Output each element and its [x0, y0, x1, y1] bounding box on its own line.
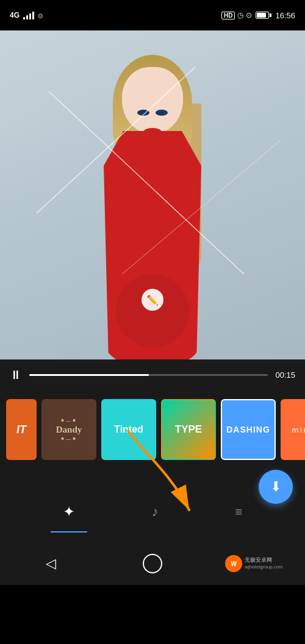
time-display: 16:56	[275, 11, 295, 20]
home-button[interactable]	[137, 548, 168, 579]
back-icon: ◁	[46, 556, 56, 571]
status-icons: HD ◷ ⊙	[221, 11, 252, 19]
signal-bar-2	[26, 15, 28, 19]
signal-label: 4G	[10, 11, 20, 19]
signal-bar-4	[32, 12, 34, 19]
hd-icon: HD	[221, 12, 235, 19]
battery	[256, 12, 271, 19]
filter-type-label: TYPE	[175, 423, 202, 436]
battery-tip	[270, 13, 271, 17]
effects-icon: ✦	[63, 503, 75, 520]
filter-it-label: IT	[16, 423, 26, 436]
filter-adjust-icon: ≡	[235, 505, 242, 519]
music-icon: ♪	[152, 504, 159, 520]
video-area: ✏️	[0, 30, 305, 359]
photo-background: ✏️	[0, 30, 305, 359]
toolbar-music[interactable]: ♪	[140, 504, 171, 520]
filter-item-dandy[interactable]: ⁕—⁕ Dandy ⁕—⁕	[41, 399, 96, 460]
watermark-logo: W	[225, 555, 242, 572]
location-icon: ⊙	[246, 11, 252, 19]
filter-item-type[interactable]: TYPE	[161, 399, 216, 460]
status-right: HD ◷ ⊙ 16:56	[221, 11, 295, 20]
watermark-line1: 无极安卓网	[245, 557, 283, 564]
battery-body	[256, 12, 269, 19]
dandy-deco-top: ⁕—⁕	[60, 418, 77, 423]
pause-button[interactable]: ⏸	[10, 368, 22, 382]
toolbar-filters[interactable]: ≡	[223, 505, 254, 519]
dandy-deco-bottom: ⁕—⁕	[60, 436, 77, 442]
back-button[interactable]: ◁	[35, 548, 66, 579]
home-icon	[143, 554, 162, 573]
filter-item-it[interactable]: IT	[6, 399, 37, 460]
filter-mingle-label: mingle	[292, 425, 305, 434]
filter-strip: IT ⁕—⁕ Dandy ⁕—⁕ Tinted TYPE DASHING min…	[0, 390, 305, 469]
filter-item-mingle[interactable]: mingle	[281, 399, 305, 460]
eye-left	[137, 110, 149, 116]
status-left: 4G ⌾	[10, 10, 43, 20]
filter-dashing-label: DASHING	[226, 425, 270, 434]
download-fab[interactable]: ⬇	[259, 470, 293, 504]
signal-bar-1	[23, 17, 25, 19]
signal-bar-3	[29, 13, 31, 19]
nav-bar: ◁ W 无极安卓网 wjhotelgroup.com	[0, 542, 305, 585]
watermark: W 无极安卓网 wjhotelgroup.com	[225, 555, 283, 572]
time-display: 00:15	[275, 370, 295, 380]
red-circle	[116, 274, 189, 347]
filter-tinted-label: Tinted	[114, 424, 143, 435]
watermark-line2: wjhotelgroup.com	[245, 564, 283, 570]
signal-bars	[23, 11, 34, 19]
watermark-site: 无极安卓网 wjhotelgroup.com	[245, 557, 283, 570]
toolbar-effects[interactable]: ✦	[51, 503, 87, 520]
progress-fill	[29, 374, 149, 376]
progress-track[interactable]	[29, 374, 268, 376]
edit-icon-overlay[interactable]: ✏️	[142, 289, 163, 311]
filter-item-tinted[interactable]: Tinted	[101, 399, 156, 460]
alarm-icon: ◷	[237, 11, 243, 19]
wifi-icon: ⌾	[38, 10, 43, 20]
filter-item-dashing[interactable]: DASHING	[221, 399, 276, 460]
battery-fill	[257, 13, 265, 18]
filter-dandy-label: Dandy	[56, 425, 82, 435]
recents-button[interactable]: W 无极安卓网 wjhotelgroup.com	[239, 548, 270, 579]
download-icon: ⬇	[270, 479, 281, 495]
status-bar: 4G ⌾ HD ◷ ⊙ 16:56	[0, 0, 305, 30]
watermark-logo-text: W	[231, 561, 237, 567]
eye-right	[156, 110, 168, 116]
playback-bar: ⏸ 00:15	[0, 359, 305, 390]
face	[122, 67, 183, 134]
